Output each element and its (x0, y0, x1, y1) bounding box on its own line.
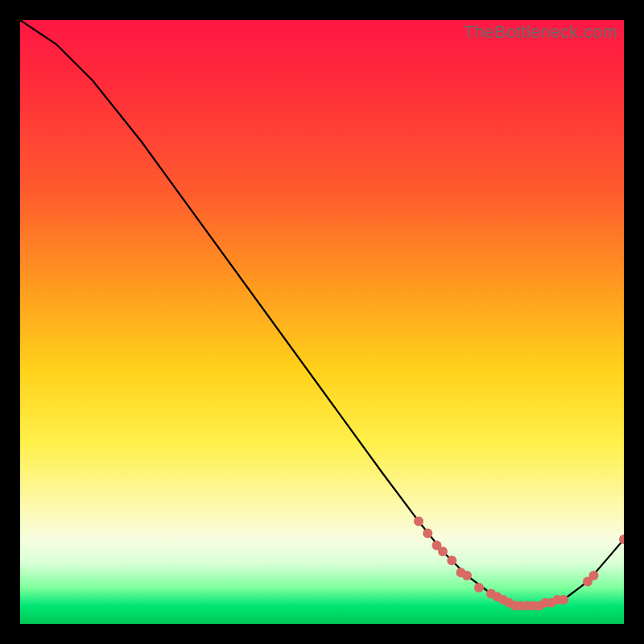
data-point-marker (414, 517, 423, 526)
plot-area: TheBottleneck.com (20, 20, 624, 624)
data-point-marker (559, 595, 568, 605)
bottleneck-curve (20, 20, 624, 624)
data-point-marker (589, 571, 599, 580)
data-point-marker (438, 547, 448, 556)
chart-frame: TheBottleneck.com (0, 0, 644, 644)
curve-line (20, 20, 624, 606)
data-point-marker (423, 529, 432, 539)
data-point-marker (619, 535, 624, 544)
data-point-marker (462, 571, 472, 580)
data-point-marker (474, 583, 484, 592)
data-point-marker (447, 555, 456, 565)
curve-markers (414, 517, 624, 611)
